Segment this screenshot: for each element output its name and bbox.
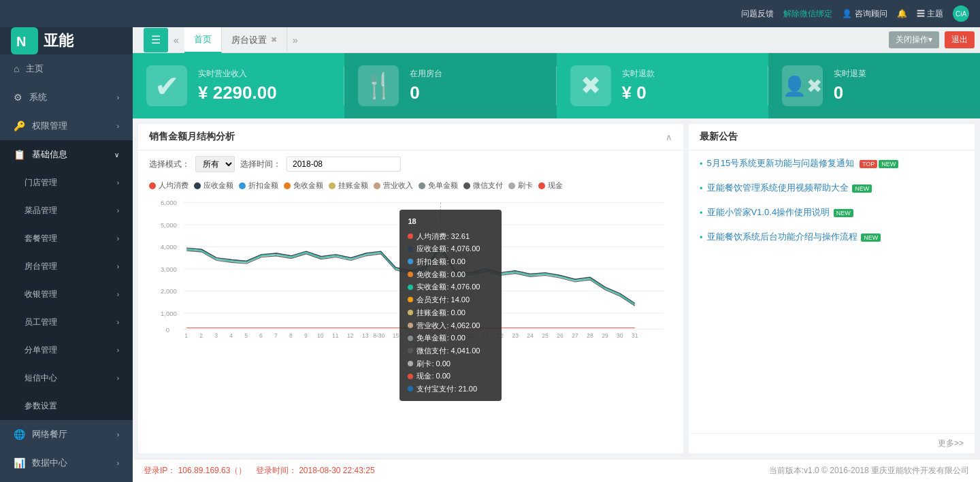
sidebar-item-basic[interactable]: 📋 基础信息 ∨ [0, 140, 133, 169]
legend-item-exempt: 免单金额 [419, 180, 458, 191]
tt-row-11: 现金: 0.00 [408, 370, 493, 383]
sidebar-item-staff[interactable]: 员工管理 › [0, 308, 133, 336]
tab-home[interactable]: 首页 [184, 27, 222, 53]
sidebar-item-cashier[interactable]: 收银管理 › [0, 280, 133, 308]
sidebar-label-shop: 门店管理 [24, 177, 57, 189]
svg-text:2: 2 [199, 332, 203, 339]
collapse-icon[interactable]: ∧ [666, 132, 672, 142]
legend-item-credit: 挂账金额 [329, 180, 368, 191]
bullet-0: • [700, 159, 703, 169]
svg-text:6: 6 [259, 332, 263, 339]
tables-body: 在用房台 0 [410, 68, 442, 103]
chart-panel-header: 销售金额月结构分析 ∧ [138, 124, 683, 150]
svg-text:27: 27 [572, 332, 578, 339]
content-area: ☰ « 首页 房台设置 ✖ » 关闭操作▾ 退出 ✔ 实时营业收入 ¥ 2290… [133, 27, 980, 482]
news-more[interactable]: 更多>> [689, 433, 975, 453]
online-icon: 🌐 [14, 429, 25, 440]
tab-home-label: 首页 [194, 33, 212, 46]
tt-row-12: 支付宝支付: 21.00 [408, 383, 493, 396]
sidebar-item-system[interactable]: ⚙ 系统 › [0, 83, 133, 112]
feedback-link[interactable]: 问题反馈 [741, 8, 774, 20]
footer-right: 当前版本:v1.0 © 2016-2018 重庆亚能软件开发有限公司 [769, 465, 969, 477]
stat-card-refund: ✖ 实时退款 ¥ 0 [557, 53, 768, 118]
unlink-wechat-link[interactable]: 解除微信绑定 [783, 8, 832, 20]
sidebar-label-cashier: 收银管理 [24, 289, 57, 300]
svg-text:9: 9 [304, 332, 308, 339]
svg-text:5,000: 5,000 [161, 221, 177, 229]
news-link-3[interactable]: 亚能餐饮系统后台功能介绍与操作流程 [707, 231, 858, 242]
news-item-0: • 5月15号系统更新功能与问题修复通知 TOP NEW [700, 157, 964, 170]
close-ops-button[interactable]: 关闭操作▾ [889, 31, 939, 48]
sidebar-item-shop[interactable]: 门店管理 › [0, 169, 133, 197]
sidebar-item-table-mgmt[interactable]: 房台管理 › [0, 253, 133, 280]
sidebar-item-online[interactable]: 🌐 网络餐厅 › [0, 420, 133, 449]
news-badge-2: NEW [832, 209, 853, 217]
sidebar-logo: N 亚能 [0, 27, 133, 54]
news-item-1: • 亚能餐饮管理系统使用视频帮助大全 NEW [700, 182, 964, 194]
svg-text:13: 13 [362, 332, 369, 339]
tab-next-button[interactable]: » [287, 35, 304, 46]
sms-arrow: › [117, 374, 119, 382]
bullet-1: • [700, 183, 703, 193]
sidebar-item-dishes[interactable]: 菜品管理 › [0, 197, 133, 225]
bell-icon[interactable]: 🔔 [897, 9, 907, 18]
tt-row-7: 营业收入: 4,062.00 [408, 319, 493, 332]
revenue-body: 实时营业收入 ¥ 2290.00 [198, 68, 277, 103]
sidebar-label-combo: 套餐管理 [24, 233, 57, 244]
sidebar-label-dishes: 菜品管理 [24, 205, 57, 216]
mode-select[interactable]: 所有 [195, 156, 235, 172]
access-icon: 🔑 [14, 120, 25, 131]
legend-item-discount: 折扣金额 [239, 180, 278, 191]
svg-text:12: 12 [347, 332, 354, 339]
data-arrow: › [117, 460, 119, 467]
sidebar-item-abnormal[interactable]: ⚠ 异动数据 › [0, 477, 133, 482]
svg-text:10: 10 [317, 332, 324, 339]
sidebar-item-sms[interactable]: 短信中心 › [0, 364, 133, 392]
logout-button[interactable]: 退出 [945, 31, 975, 48]
sidebar-item-params[interactable]: 参数设置 [0, 392, 133, 420]
access-arrow: › [117, 123, 119, 130]
sidebar-label-home: 主页 [26, 63, 44, 75]
tt-row-9: 微信支付: 4,041.00 [408, 344, 493, 357]
tab-table-setting-close[interactable]: ✖ [271, 35, 277, 44]
cashier-arrow: › [117, 291, 119, 298]
system-icon: ⚙ [14, 92, 22, 103]
legend-item-free: 免收金额 [284, 180, 323, 191]
footer-time: 2018-08-30 22:43:25 [299, 466, 374, 475]
hamburger-button[interactable]: ☰ [144, 28, 168, 52]
sidebar-label-params: 参数设置 [24, 400, 57, 412]
theme-link[interactable]: ☰ 主题 [917, 8, 943, 20]
svg-text:6,000: 6,000 [161, 199, 177, 206]
tt-row-6: 挂账金额: 0.00 [408, 306, 493, 319]
sidebar-item-access[interactable]: 🔑 权限管理 › [0, 112, 133, 140]
mode-label: 选择模式： [149, 159, 190, 170]
news-title: 最新公告 [700, 131, 738, 143]
sidebar-label-table-mgmt: 房台管理 [24, 261, 57, 272]
tab-table-setting[interactable]: 房台设置 ✖ [222, 27, 287, 53]
time-input[interactable] [287, 157, 401, 172]
news-badge-0: TOP NEW [857, 160, 898, 168]
sidebar-label-system: 系统 [29, 91, 47, 103]
sidebar-label-basic: 基础信息 [32, 148, 67, 161]
tables-value: 0 [410, 82, 442, 103]
legend-item-receivable: 应收金额 [194, 180, 233, 191]
bullet-2: • [700, 208, 703, 218]
tab-prev-button[interactable]: « [168, 35, 184, 46]
tab-right-actions: 关闭操作▾ 退出 [889, 31, 975, 48]
sidebar-label-access: 权限管理 [32, 120, 67, 132]
new-badge-3: NEW [861, 234, 881, 242]
consult-link[interactable]: 👤 咨询顾问 [842, 8, 887, 20]
stat-card-revenue: ✔ 实时营业收入 ¥ 2290.00 [133, 53, 344, 118]
news-link-0[interactable]: 5月15号系统更新功能与问题修复通知 [707, 158, 855, 168]
basic-icon: 📋 [14, 149, 25, 160]
news-link-1[interactable]: 亚能餐饮管理系统使用视频帮助大全 [707, 182, 849, 193]
news-list: • 5月15号系统更新功能与问题修复通知 TOP NEW • 亚能餐饮管理 [689, 150, 975, 433]
news-link-2[interactable]: 亚能小管家V1.0.4操作使用说明 [707, 207, 830, 217]
sidebar-item-data[interactable]: 📊 数据中心 › [0, 449, 133, 477]
sidebar-item-split[interactable]: 分单管理 › [0, 336, 133, 364]
sidebar-item-home[interactable]: ⌂ 主页 [0, 54, 133, 83]
tt-row-2: 折扣金额: 0.00 [408, 255, 493, 268]
new-badge-0: NEW [879, 160, 898, 168]
chart-title: 销售金额月结构分析 [149, 131, 235, 143]
sidebar-item-combo[interactable]: 套餐管理 › [0, 225, 133, 253]
